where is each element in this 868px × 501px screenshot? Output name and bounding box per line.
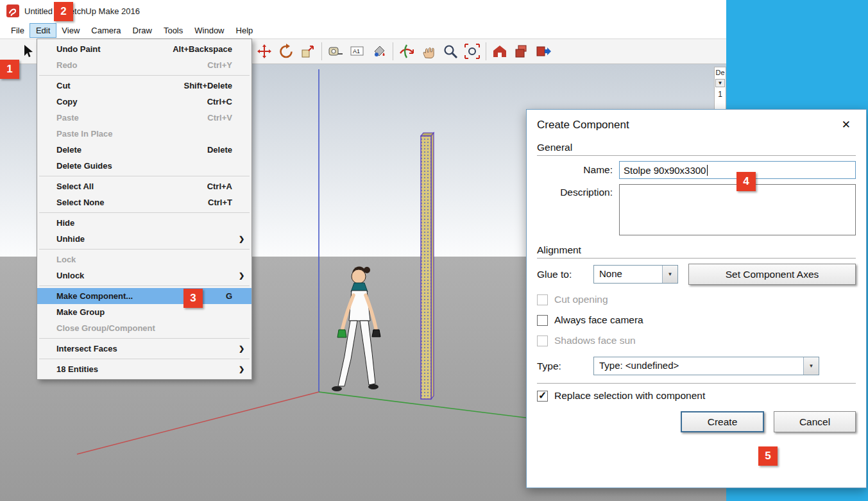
paint-bucket-icon[interactable]	[368, 41, 390, 62]
menu-item-entities[interactable]: 18 Entities❯	[37, 361, 251, 377]
menu-item-undo-paint[interactable]: Undo PaintAlt+Backspace	[37, 41, 251, 57]
sketchup-logo-icon	[6, 4, 19, 17]
description-row: Description:	[537, 184, 856, 235]
always-face-camera-row: Always face camera	[537, 314, 856, 326]
shadows-face-sun-row: Shadows face sun	[537, 335, 856, 346]
tray-row-label: 1	[718, 90, 722, 99]
menu-separator	[39, 285, 250, 286]
submenu-arrow-icon: ❯	[239, 271, 244, 280]
menu-item-hide[interactable]: Hide	[37, 215, 251, 231]
pan-icon[interactable]	[418, 41, 439, 62]
default-tray-edge: De ▼ 1	[714, 67, 726, 114]
menu-item-copy[interactable]: CopyCtrl+C	[37, 94, 251, 110]
create-button[interactable]: Create	[681, 411, 764, 432]
description-input[interactable]	[619, 184, 856, 235]
replace-selection-checkbox[interactable]	[537, 391, 548, 402]
section-divider	[537, 383, 856, 384]
dialog-buttons: Create Cancel	[537, 411, 856, 432]
menu-item-redo[interactable]: RedoCtrl+Y	[37, 57, 251, 73]
menu-draw[interactable]: Draw	[127, 24, 158, 37]
section-divider	[537, 155, 856, 156]
scale-icon[interactable]	[297, 41, 319, 62]
menu-separator	[39, 338, 250, 339]
menu-item-paste-in-place[interactable]: Paste In Place	[37, 126, 251, 142]
menu-separator	[39, 75, 250, 76]
menu-item-paste[interactable]: PasteCtrl+V	[37, 110, 251, 126]
submenu-arrow-icon: ❯	[239, 235, 244, 243]
cancel-button[interactable]: Cancel	[774, 411, 856, 432]
tray-collapse-icon[interactable]: ▼	[715, 79, 726, 87]
menu-separator	[39, 359, 250, 359]
type-label: Type:	[537, 361, 593, 372]
menu-view[interactable]: View	[56, 24, 85, 37]
select-icon[interactable]	[17, 41, 38, 62]
always-face-camera-label: Always face camera	[554, 314, 643, 326]
name-row: Name: Stolpe 90x90x3300	[537, 161, 856, 179]
edit-menu-dropdown: Undo PaintAlt+Backspace RedoCtrl+Y CutSh…	[37, 38, 252, 380]
menu-window[interactable]: Window	[189, 24, 230, 37]
share-model-icon[interactable]	[532, 41, 554, 62]
glue-to-dropdown[interactable]: None ▼	[593, 265, 678, 284]
general-section-label: General	[537, 142, 856, 153]
toolbar-separator	[486, 42, 486, 60]
menu-item-cut[interactable]: CutShift+Delete	[37, 78, 251, 94]
section-divider	[537, 258, 856, 259]
toolbar-separator	[321, 42, 322, 60]
svg-text:A1: A1	[353, 48, 360, 55]
menu-item-intersect-faces[interactable]: Intersect Faces❯	[37, 341, 251, 357]
menu-bar: File Edit View Camera Draw Tools Window …	[0, 22, 726, 38]
menu-camera[interactable]: Camera	[85, 24, 126, 37]
shadows-face-sun-checkbox[interactable]	[537, 335, 548, 346]
title-bar: Untitled - SketchUp Make 2016	[0, 0, 726, 22]
close-icon[interactable]: ✕	[837, 118, 856, 132]
glue-to-label: Glue to:	[537, 269, 593, 280]
dimension-text-icon[interactable]: A1	[346, 41, 368, 62]
menu-file[interactable]: File	[5, 24, 30, 37]
cut-opening-checkbox[interactable]	[537, 294, 548, 305]
zoom-icon[interactable]	[439, 41, 461, 62]
tray-header: De	[715, 69, 724, 76]
post-component[interactable]	[421, 133, 434, 399]
move-icon[interactable]	[253, 41, 275, 62]
rotate-icon[interactable]	[275, 41, 297, 62]
callout-badge-5: 5	[758, 446, 778, 466]
always-face-camera-checkbox[interactable]	[537, 315, 548, 326]
menu-item-unlock[interactable]: Unlock❯	[37, 267, 251, 284]
dialog-body: General Name: Stolpe 90x90x3300 Descript…	[527, 142, 866, 432]
callout-badge-4: 4	[736, 172, 756, 191]
alignment-section-label: Alignment	[537, 244, 856, 256]
shadows-face-sun-label: Shadows face sun	[554, 335, 636, 346]
menu-item-delete-guides[interactable]: Delete Guides	[37, 158, 251, 174]
zoom-extents-icon[interactable]	[461, 41, 483, 62]
menu-item-unhide[interactable]: Unhide❯	[37, 231, 251, 247]
create-component-dialog: Create Component ✕ General Name: Stolpe …	[526, 109, 867, 488]
type-dropdown[interactable]: Type: <undefined> ▼	[593, 357, 819, 375]
menu-item-lock[interactable]: Lock	[37, 251, 251, 267]
name-label: Name:	[537, 164, 619, 176]
type-row: Type: Type: <undefined> ▼	[537, 357, 856, 375]
set-component-axes-button[interactable]: Set Component Axes	[688, 264, 856, 285]
menu-item-select-none[interactable]: Select NoneCtrl+T	[37, 194, 251, 210]
dialog-title: Create Component	[537, 119, 629, 132]
cut-opening-label: Cut opening	[554, 294, 608, 305]
menu-separator	[39, 249, 250, 250]
callout-badge-1: 1	[0, 60, 19, 79]
menu-item-close-group-component[interactable]: Close Group/Component	[37, 320, 251, 336]
chevron-down-icon[interactable]: ▼	[803, 357, 819, 375]
submenu-arrow-icon: ❯	[239, 365, 244, 373]
menu-tools[interactable]: Tools	[158, 24, 189, 37]
menu-item-select-all[interactable]: Select AllCtrl+A	[37, 178, 251, 194]
chevron-down-icon[interactable]: ▼	[662, 266, 677, 283]
menu-help[interactable]: Help	[230, 24, 259, 37]
menu-item-make-component[interactable]: Make Component...G	[37, 288, 251, 304]
warehouse-icon[interactable]	[489, 41, 511, 62]
submenu-arrow-icon: ❯	[239, 344, 244, 353]
components-icon[interactable]	[511, 41, 532, 62]
callout-badge-2: 2	[54, 2, 73, 21]
menu-edit[interactable]: Edit	[30, 24, 56, 37]
description-label: Description:	[537, 184, 619, 235]
menu-item-delete[interactable]: DeleteDelete	[37, 142, 251, 158]
menu-item-make-group[interactable]: Make Group	[37, 304, 251, 320]
orbit-icon[interactable]	[396, 41, 418, 62]
tape-measure-icon[interactable]	[325, 41, 346, 62]
